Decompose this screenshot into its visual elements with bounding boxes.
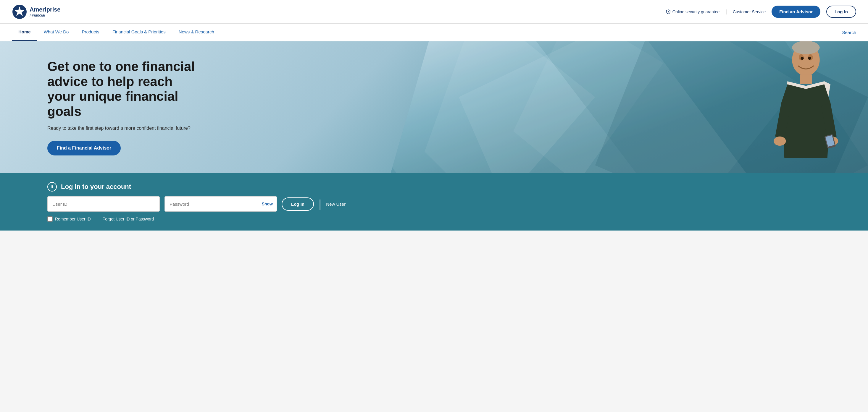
- find-financial-advisor-button[interactable]: Find a Financial Advisor: [47, 141, 121, 156]
- nav-item-home[interactable]: Home: [12, 24, 37, 41]
- top-bar: Ameriprise Financial Online security gua…: [0, 0, 868, 24]
- login-section: ⇧ Log in to your account Show Log In | N…: [0, 173, 868, 231]
- login-header: ⇧ Log in to your account: [47, 182, 821, 192]
- login-heading: Log in to your account: [61, 183, 131, 191]
- new-user-link[interactable]: New User: [326, 202, 345, 207]
- remember-userid-label[interactable]: Remember User ID: [47, 216, 91, 222]
- svg-marker-4: [391, 41, 595, 173]
- hero-section: Get one to one financial advice to help …: [0, 41, 868, 173]
- login-submit-button[interactable]: Log In: [282, 198, 314, 211]
- svg-point-19: [808, 57, 811, 60]
- login-button-top[interactable]: Log In: [826, 6, 856, 18]
- login-fields: Show Log In | New User: [47, 196, 821, 212]
- userid-field-wrap: [47, 196, 160, 212]
- userid-input[interactable]: [47, 196, 160, 212]
- svg-marker-5: [425, 41, 663, 173]
- show-password-button[interactable]: Show: [262, 202, 273, 206]
- login-extra: Remember User ID Forgot User ID or Passw…: [47, 216, 821, 222]
- person-silhouette: [753, 41, 859, 173]
- nav-items: Home What We Do Products Financial Goals…: [12, 24, 221, 41]
- nav-item-financial-goals[interactable]: Financial Goals & Priorities: [106, 24, 172, 41]
- svg-point-2: [668, 11, 669, 12]
- nav-item-news-research[interactable]: News & Research: [172, 24, 221, 41]
- svg-rect-11: [800, 74, 812, 83]
- nav-item-products[interactable]: Products: [75, 24, 105, 41]
- password-field-wrap: Show: [164, 196, 277, 212]
- hero-content: Get one to one financial advice to help …: [0, 41, 207, 173]
- search-link[interactable]: Search: [842, 30, 856, 35]
- chevron-up-icon[interactable]: ⇧: [47, 182, 57, 192]
- hero-subtitle: Ready to take the first step toward a mo…: [47, 125, 195, 132]
- security-guarantee-link[interactable]: Online security guarantee: [666, 9, 720, 14]
- shield-icon: [666, 9, 671, 14]
- find-advisor-button[interactable]: Find an Advisor: [772, 6, 820, 18]
- hero-geometric-bg: [391, 41, 868, 173]
- logo-text: Ameriprise Financial: [30, 6, 61, 18]
- svg-point-18: [801, 57, 804, 60]
- forgot-credentials-link[interactable]: Forgot User ID or Password: [103, 217, 154, 221]
- top-right-actions: Online security guarantee | Customer Ser…: [666, 6, 856, 18]
- remember-userid-checkbox[interactable]: [47, 216, 53, 222]
- divider: |: [725, 8, 727, 15]
- logo-icon: [12, 4, 27, 20]
- nav-item-what-we-do[interactable]: What We Do: [37, 24, 75, 41]
- password-input[interactable]: [164, 196, 277, 212]
- nav-bar: Home What We Do Products Financial Goals…: [0, 24, 868, 41]
- svg-point-20: [792, 41, 819, 55]
- svg-marker-9: [459, 41, 766, 173]
- hero-title: Get one to one financial advice to help …: [47, 59, 195, 119]
- login-divider: |: [319, 199, 321, 209]
- svg-point-12: [774, 137, 786, 146]
- customer-service-link[interactable]: Customer Service: [733, 9, 766, 14]
- logo[interactable]: Ameriprise Financial: [12, 4, 61, 20]
